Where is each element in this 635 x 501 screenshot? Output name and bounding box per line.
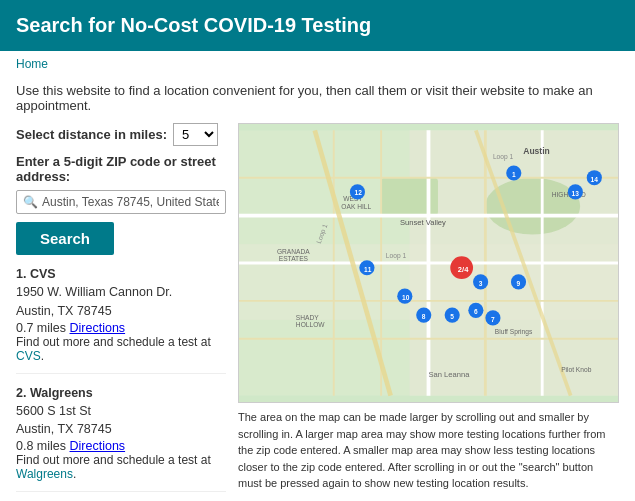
svg-text:12: 12 (355, 189, 363, 196)
svg-text:Bluff Springs: Bluff Springs (495, 328, 533, 336)
map-container[interactable]: Austin WEST OAK HILL GRANADA ESTATES Sun… (238, 123, 619, 403)
location-name-2: 2. Walgreens (16, 386, 226, 400)
directions-link-2[interactable]: Directions (70, 439, 126, 453)
svg-text:11: 11 (364, 266, 372, 273)
list-item: 2. Walgreens 5600 S 1st St Austin, TX 78… (16, 386, 226, 493)
svg-text:7: 7 (491, 316, 495, 323)
distance-label: Select distance in miles: (16, 127, 167, 142)
svg-text:1: 1 (512, 171, 516, 178)
svg-text:2/4: 2/4 (458, 265, 469, 274)
site-link-1[interactable]: CVS (16, 349, 41, 363)
list-item: 1. CVS 1950 W. William Cannon Dr. Austin… (16, 267, 226, 374)
svg-text:Austin: Austin (523, 146, 550, 156)
location-address-2: 5600 S 1st St Austin, TX 78745 (16, 402, 226, 440)
svg-text:Loop 1: Loop 1 (386, 252, 407, 260)
svg-text:10: 10 (402, 294, 410, 301)
svg-text:OAK HILL: OAK HILL (341, 203, 371, 210)
svg-text:6: 6 (474, 308, 478, 315)
location-address-1: 1950 W. William Cannon Dr. Austin, TX 78… (16, 283, 226, 321)
location-desc-2: Find out more and schedule a test at Wal… (16, 453, 226, 481)
intro-text: Use this website to find a location conv… (0, 77, 635, 123)
location-name-1: 1. CVS (16, 267, 226, 281)
left-panel: Select distance in miles: 1 2 5 10 25 50… (16, 123, 226, 501)
svg-text:HOLLOW: HOLLOW (296, 321, 325, 328)
site-link-2[interactable]: Walgreens (16, 467, 73, 481)
svg-text:9: 9 (517, 280, 521, 287)
search-input-wrapper: 🔍 (16, 190, 226, 214)
svg-text:Sunset Valley: Sunset Valley (400, 218, 446, 227)
svg-text:8: 8 (422, 313, 426, 320)
location-list: 1. CVS 1950 W. William Cannon Dr. Austin… (16, 267, 226, 501)
directions-link-1[interactable]: Directions (70, 321, 126, 335)
zip-label: Enter a 5-digit ZIP code or street addre… (16, 154, 226, 184)
svg-text:Pilot Knob: Pilot Knob (561, 366, 592, 373)
content-area: Select distance in miles: 1 2 5 10 25 50… (0, 123, 635, 501)
svg-text:ESTATES: ESTATES (279, 255, 309, 262)
zip-input[interactable] (42, 195, 219, 209)
map-svg: Austin WEST OAK HILL GRANADA ESTATES Sun… (239, 124, 618, 402)
distance-row: Select distance in miles: 1 2 5 10 25 50 (16, 123, 226, 146)
svg-text:3: 3 (479, 280, 483, 287)
distance-select[interactable]: 1 2 5 10 25 50 (173, 123, 218, 146)
svg-point-3 (485, 178, 580, 235)
location-distance-1: 0.7 miles Directions (16, 321, 226, 335)
svg-text:San Leanna: San Leanna (429, 370, 471, 379)
search-button[interactable]: Search (16, 222, 114, 255)
page-title: Search for No-Cost COVID-19 Testing (16, 14, 371, 36)
svg-text:GRANADA: GRANADA (277, 248, 310, 255)
svg-text:5: 5 (450, 313, 454, 320)
svg-text:SHADY: SHADY (296, 314, 319, 321)
home-link[interactable]: Home (16, 57, 48, 71)
map-caption: The area on the map can be made larger b… (238, 409, 619, 492)
location-distance-2: 0.8 miles Directions (16, 439, 226, 453)
svg-text:13: 13 (572, 190, 580, 197)
breadcrumb: Home (0, 51, 635, 77)
svg-text:Loop 1: Loop 1 (493, 153, 514, 161)
page-header: Search for No-Cost COVID-19 Testing (0, 0, 635, 51)
right-panel: Austin WEST OAK HILL GRANADA ESTATES Sun… (238, 123, 619, 501)
search-icon: 🔍 (23, 195, 38, 209)
svg-text:14: 14 (591, 176, 599, 183)
location-desc-1: Find out more and schedule a test at CVS… (16, 335, 226, 363)
